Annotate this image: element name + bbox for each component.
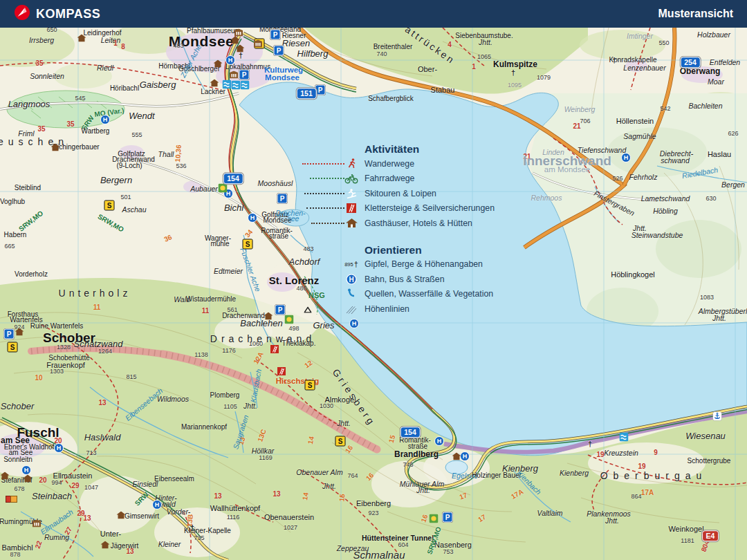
map-label: 1328	[57, 344, 71, 351]
hut-icon	[51, 144, 60, 151]
legend-section-title: Aktivitäten	[365, 142, 495, 156]
hut-icon	[15, 328, 24, 336]
hut-icon	[101, 541, 110, 549]
map-label: am Mondsee	[544, 166, 590, 174]
museum-icon	[234, 29, 243, 37]
map-label: 483	[303, 246, 313, 252]
bus-icon: H	[344, 274, 359, 285]
map-label: Bergen	[721, 181, 745, 189]
legend-item-label: Klettersteige & Seilversicherungen	[365, 203, 495, 213]
bus-icon: H	[225, 55, 235, 65]
map-label: 1	[472, 64, 476, 71]
map-label: 13	[83, 515, 91, 522]
hut-icon	[24, 475, 33, 483]
map-label: 20	[39, 477, 46, 484]
map-label: Sagmühle	[623, 133, 656, 140]
bus-icon: H	[21, 465, 31, 475]
map-label: Valtlaim	[537, 510, 563, 517]
map-label: 1138	[194, 352, 208, 358]
map-label: 9	[654, 449, 658, 456]
map-label: 1030	[320, 403, 333, 409]
map-label: Finstergraben	[593, 189, 636, 217]
map-label: Stabau	[431, 86, 455, 94]
map-label: Entfelden	[710, 59, 740, 66]
map-label: 14	[302, 492, 310, 501]
map-label: 22	[34, 540, 43, 550]
map-label: 17	[459, 492, 468, 501]
map-label: 994	[51, 480, 62, 486]
parking-icon: P	[315, 85, 326, 95]
road-shield: 154	[223, 173, 243, 184]
map-label: Wildmoos	[157, 395, 189, 403]
map-label: straße	[408, 443, 427, 450]
legend-leader-line	[304, 193, 344, 194]
map-label: Wendt	[129, 111, 154, 120]
hut-icon	[264, 312, 273, 320]
map-label: 10	[35, 375, 42, 382]
ks-icon	[270, 345, 279, 353]
map-label: Eibenberg	[356, 500, 391, 507]
map-label: 678	[14, 486, 24, 492]
map-label: Bichl	[224, 203, 243, 212]
map-label: 878	[10, 552, 20, 558]
map-label: 626	[728, 131, 738, 137]
map-label: Steinwandstube	[631, 232, 683, 239]
golf-icon	[219, 184, 228, 193]
contour-icon	[344, 304, 359, 314]
legend-item: Fahrradwege	[344, 171, 495, 187]
hut-icon	[1, 472, 10, 480]
map-label: Kulmspitze	[493, 60, 537, 68]
map-label: Sonnleiten	[30, 73, 64, 80]
stop-icon: S	[243, 239, 253, 250]
map-label: 36	[163, 234, 173, 243]
map-label: Wallhüttenkopf	[210, 505, 260, 512]
map-label: Jhtt.	[712, 315, 726, 322]
cross-icon: †	[190, 524, 194, 532]
map-label: Moar	[708, 78, 724, 86]
legend-item: HBahn, Bus & Straßen	[344, 272, 495, 287]
museum-icon	[230, 71, 238, 79]
road-shield: E4	[702, 530, 719, 541]
map-label: 555	[131, 132, 142, 138]
map-label: 486	[296, 286, 306, 292]
map-label: Ruming	[44, 534, 69, 541]
map-label: schwand	[661, 157, 689, 165]
map-label: Aubauer	[190, 185, 218, 193]
map-label: 13	[273, 491, 280, 498]
legend-item-label: Fahrradwege	[365, 174, 414, 183]
map-label: Kreuzstein	[604, 449, 638, 457]
map-label: 1169	[259, 455, 272, 461]
map-label: wald	[160, 501, 176, 508]
museum-icon	[254, 40, 262, 48]
map-label: SRW,MO	[18, 209, 45, 232]
map-label: 550	[658, 40, 669, 46]
map-label: 1176	[222, 348, 235, 354]
map-label: 12	[304, 360, 314, 370]
map-label: Plomberg	[210, 392, 240, 399]
map-label: 1303	[50, 368, 64, 375]
map-label: 14	[307, 436, 315, 445]
map-label: Hilfberg	[297, 49, 329, 58]
cross-icon: †	[511, 69, 515, 77]
cross-icon: †	[588, 440, 592, 448]
map-label: straße	[269, 233, 288, 240]
map-label: 740	[376, 51, 387, 57]
map-label: Thall	[158, 151, 174, 158]
map-label: Achdorf	[289, 257, 320, 266]
map-label: Mondsee	[265, 74, 299, 82]
page-title: Musteransicht	[658, 8, 733, 20]
map-label: 735	[194, 535, 204, 541]
map-label: Brandlberg	[394, 450, 439, 458]
map-label: 764	[347, 473, 358, 479]
legend-section-title: Orientieren	[365, 243, 495, 257]
legend-item: Wanderwege	[344, 156, 495, 171]
map-label: Voglhub	[0, 198, 25, 205]
legend-item: Höhenlinien	[344, 301, 495, 317]
map-label: Jhtt.	[243, 402, 257, 410]
parking-icon: P	[443, 512, 453, 523]
map-label: Jhtt.	[337, 420, 351, 427]
map-label: 1027	[284, 525, 297, 531]
parking-icon: P	[275, 305, 286, 315]
map-label: 35	[35, 60, 43, 67]
map-label: 630	[706, 196, 716, 202]
